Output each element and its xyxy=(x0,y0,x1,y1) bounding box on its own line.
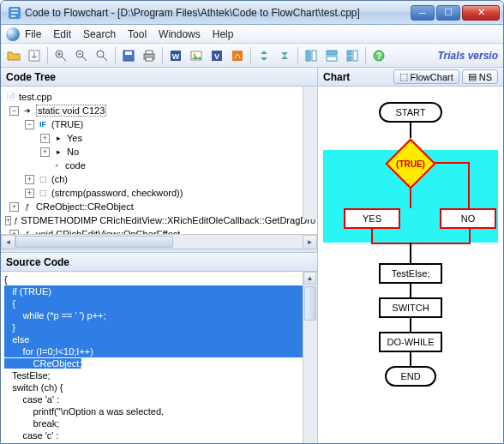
menu-bar: File Edit Search Tool Windows Help xyxy=(1,25,503,44)
tree-scrollbar-vertical[interactable] xyxy=(303,87,317,219)
window-title: Code to Flowchart - [D:\Program Files\At… xyxy=(25,7,411,19)
layout-code-button[interactable] xyxy=(322,46,341,65)
collapse-button[interactable] xyxy=(275,46,294,65)
svg-rect-20 xyxy=(327,57,337,61)
tree-no[interactable]: No xyxy=(67,147,79,157)
layout-flowchart-button[interactable] xyxy=(302,46,321,65)
source-header: Source Code xyxy=(1,253,317,272)
menu-file[interactable]: File xyxy=(25,28,41,40)
code-line: break; xyxy=(4,417,317,429)
code-line: case 'a' : xyxy=(4,393,317,405)
svg-point-4 xyxy=(97,51,104,57)
tree-item[interactable]: STDMETHODIMP CRichEditView::XRichEditOle… xyxy=(21,215,315,225)
scroll-thumb[interactable] xyxy=(304,286,316,321)
tree-item[interactable]: CReObject::CReObject xyxy=(36,201,134,212)
tab-ns[interactable]: ▤NS xyxy=(462,69,498,84)
maximize-button[interactable]: ☐ xyxy=(436,5,460,21)
svg-text:?: ? xyxy=(376,51,381,61)
zoom-fit-button[interactable] xyxy=(93,46,111,65)
scroll-up-button[interactable]: ▲ xyxy=(303,272,316,285)
func-icon: ƒ xyxy=(21,229,33,234)
expander[interactable]: + xyxy=(25,189,34,198)
code-scrollbar-vertical[interactable]: ▲ xyxy=(303,272,317,443)
save-button[interactable] xyxy=(119,46,138,65)
menu-edit[interactable]: Edit xyxy=(53,28,71,40)
code-line: TestElse; xyxy=(4,369,317,381)
layout-both-button[interactable] xyxy=(343,46,362,65)
export-button[interactable] xyxy=(25,46,44,65)
svg-rect-18 xyxy=(312,51,316,61)
svg-rect-22 xyxy=(347,57,351,61)
tab-flowchart[interactable]: ⬚FlowChart xyxy=(393,69,459,84)
tree-selected[interactable]: static void C123 xyxy=(36,105,106,117)
help-button[interactable]: ? xyxy=(369,46,388,65)
close-button[interactable]: ✕ xyxy=(462,5,500,21)
expander[interactable]: + xyxy=(25,175,34,184)
minimize-button[interactable]: ─ xyxy=(411,5,435,21)
open-button[interactable] xyxy=(4,46,23,65)
tree-code[interactable]: code xyxy=(65,160,86,171)
code-tree[interactable]: 📄test.cpp −➜static void C123 −IF(TRUE) +… xyxy=(1,87,317,234)
code-line: { xyxy=(4,297,317,309)
expand-button[interactable] xyxy=(255,46,273,65)
code-line: } xyxy=(4,321,317,333)
flow-testelse: TestElse; xyxy=(379,263,442,284)
chart-title: Chart xyxy=(323,71,391,83)
menu-search[interactable]: Search xyxy=(83,28,116,40)
svg-rect-19 xyxy=(327,51,337,55)
expander[interactable]: + xyxy=(9,230,19,235)
svg-rect-9 xyxy=(146,57,153,61)
switch-icon: ⬚ xyxy=(37,174,49,184)
ns-icon: ▤ xyxy=(468,71,477,82)
code-line: else xyxy=(4,333,317,345)
scroll-thumb[interactable] xyxy=(15,236,173,248)
window-titlebar: Code to Flowchart - [D:\Program Files\At… xyxy=(1,1,503,25)
toolbar: W V ? Trials versio xyxy=(1,44,503,68)
expander[interactable]: + xyxy=(5,216,11,225)
trial-label: Trials versio xyxy=(438,50,499,62)
scroll-right-button[interactable]: ► xyxy=(303,235,317,249)
zoom-in-button[interactable] xyxy=(51,46,70,65)
export-word-button[interactable]: W xyxy=(166,46,185,65)
flow-switch: SWITCH xyxy=(379,297,442,318)
flowchart-icon: ⬚ xyxy=(399,71,408,82)
arrow-icon: ➜ xyxy=(21,105,33,116)
tree-yes[interactable]: Yes xyxy=(67,133,82,143)
code-tree-header: Code Tree xyxy=(1,68,317,87)
menubar-app-icon xyxy=(6,27,20,41)
expander[interactable]: + xyxy=(40,147,50,157)
menu-help[interactable]: Help xyxy=(213,28,234,40)
expander[interactable]: − xyxy=(25,120,34,129)
flow-decision-label: (TRUE) xyxy=(385,138,436,189)
menu-tool[interactable]: Tool xyxy=(128,28,147,40)
menu-windows[interactable]: Windows xyxy=(159,28,201,40)
flow-yes: YES xyxy=(344,208,400,229)
tree-scrollbar-horizontal[interactable]: ◄ ► xyxy=(1,234,317,249)
expander[interactable]: + xyxy=(40,134,50,143)
source-editor[interactable]: { if (TRUE) { while (*p == ' ') p++; } e… xyxy=(1,272,317,443)
tree-if[interactable]: (TRUE) xyxy=(51,119,83,129)
code-line: CReObject; xyxy=(4,358,81,369)
code-line: case 'c' : xyxy=(4,429,317,441)
code-line: while (*p == ' ') p++; xyxy=(4,309,317,321)
export-visio-button[interactable]: V xyxy=(207,46,226,65)
app-icon xyxy=(8,6,21,20)
svg-text:W: W xyxy=(172,52,180,61)
scroll-left-button[interactable]: ◄ xyxy=(1,235,15,249)
svg-rect-8 xyxy=(146,51,153,54)
export-svg-button[interactable] xyxy=(228,46,247,65)
expander[interactable]: − xyxy=(9,106,19,116)
switch-icon: ⬚ xyxy=(37,188,49,198)
flowchart-canvas[interactable]: START (TRUE) YES NO TestElse; xyxy=(318,87,503,443)
func-icon: ƒ xyxy=(14,215,18,225)
tree-ch[interactable]: (ch) xyxy=(51,174,68,184)
tree-file[interactable]: test.cpp xyxy=(19,92,52,102)
tree-strcmp[interactable]: (strcmp(password, checkword)) xyxy=(51,188,183,198)
expander[interactable]: + xyxy=(9,202,19,212)
tree-item[interactable]: void CRichEditView::OnCharEffect xyxy=(36,229,180,234)
flow-start: START xyxy=(379,102,442,123)
export-image-button[interactable] xyxy=(187,46,206,65)
zoom-out-button[interactable] xyxy=(72,46,91,65)
svg-text:V: V xyxy=(214,52,219,61)
print-button[interactable] xyxy=(140,46,159,65)
